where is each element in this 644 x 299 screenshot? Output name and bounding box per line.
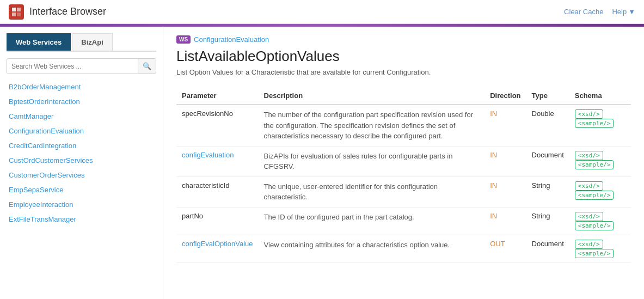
sidebar-item-camt[interactable]: CamtManager [0, 109, 163, 124]
sidebar: Web Services BizApi 🔍 B2bOrderManagement… [0, 27, 163, 299]
param-description: The number of the configuration part spe… [259, 105, 485, 146]
sidebar-item-customerorder[interactable]: CustomerOrderServices [0, 168, 163, 182]
search-input[interactable] [7, 59, 138, 74]
clear-cache-link[interactable]: Clear Cache [564, 8, 603, 16]
param-schema: <xsd/><sample/> [569, 146, 631, 176]
xsd-button[interactable]: <xsd/> [575, 240, 603, 249]
sidebar-item-bptest[interactable]: BptestOrderInteraction [0, 94, 163, 109]
param-name: characteristicId [182, 181, 229, 190]
app-title: Interface Browser [29, 6, 106, 17]
table-row: partNoThe ID of the configured part in t… [176, 207, 631, 235]
table-row: characteristicIdThe unique, user-entered… [176, 176, 631, 207]
chevron-down-icon: ▼ [628, 8, 635, 16]
sidebar-item-b2b[interactable]: B2bOrderManagement [0, 80, 163, 94]
col-header-description: Description [259, 87, 485, 105]
app-logo [9, 4, 24, 20]
search-icon: 🔍 [143, 62, 151, 70]
param-name: partNo [182, 212, 203, 220]
header: Interface Browser Clear Cache Help ▼ [0, 0, 644, 24]
param-direction: IN [484, 207, 526, 235]
main-layout: Web Services BizApi 🔍 B2bOrderManagement… [0, 27, 644, 299]
parameters-table: Parameter Description Direction Type Sch… [176, 87, 631, 263]
sidebar-item-custord[interactable]: CustOrdCustomerServices [0, 153, 163, 168]
header-right: Clear Cache Help ▼ [564, 8, 635, 16]
svg-rect-1 [17, 8, 21, 11]
param-description: The ID of the configured part in the par… [259, 207, 485, 235]
param-description: The unique, user-entered identifier for … [259, 176, 485, 207]
search-button[interactable]: 🔍 [138, 59, 156, 74]
param-type: Document [526, 146, 569, 176]
param-direction: OUT [484, 235, 526, 263]
sample-button[interactable]: <sample/> [575, 160, 614, 169]
sidebar-item-config-eval[interactable]: ConfigurationEvaluation [0, 124, 163, 138]
param-schema: <xsd/><sample/> [569, 176, 631, 207]
sidebar-items: B2bOrderManagement BptestOrderInteractio… [0, 80, 163, 227]
svg-rect-0 [12, 8, 16, 11]
sidebar-tabs: Web Services BizApi [7, 33, 156, 52]
xsd-button[interactable]: <xsd/> [575, 212, 603, 221]
col-header-parameter: Parameter [176, 87, 259, 105]
param-type: String [526, 207, 569, 235]
sample-button[interactable]: <sample/> [575, 191, 614, 200]
sidebar-item-empsepa[interactable]: EmpSepaService [0, 182, 163, 197]
xsd-button[interactable]: <xsd/> [575, 151, 603, 160]
svg-rect-3 [17, 13, 21, 16]
param-name: specRevisionNo [182, 109, 233, 118]
main-content: WS ConfigurationEvaluation ListAvailable… [163, 27, 644, 299]
param-direction: IN [484, 105, 526, 146]
param-type: Document [526, 235, 569, 263]
breadcrumb-link[interactable]: ConfigurationEvaluation [194, 35, 269, 44]
param-description: BizAPIs for evaluation of sales rules fo… [259, 146, 485, 176]
sidebar-item-creditcard[interactable]: CreditCardIntegration [0, 138, 163, 153]
param-name[interactable]: configEvalOptionValue [182, 240, 253, 248]
param-schema: <xsd/><sample/> [569, 105, 631, 146]
help-menu[interactable]: Help ▼ [612, 8, 635, 16]
col-header-schema: Schema [569, 87, 631, 105]
page-description: List Option Values for a Characteristic … [176, 68, 631, 76]
help-label: Help [612, 8, 627, 16]
param-direction: IN [484, 146, 526, 176]
sample-button[interactable]: <sample/> [575, 221, 614, 230]
sample-button[interactable]: <sample/> [575, 249, 614, 258]
param-name[interactable]: configEvaluation [182, 151, 234, 159]
breadcrumb: WS ConfigurationEvaluation [176, 35, 631, 44]
page-title: ListAvailableOptionValues [176, 48, 631, 65]
search-box: 🔍 [7, 58, 156, 74]
param-type: Double [526, 105, 569, 146]
sidebar-item-extfile[interactable]: ExtFileTransManager [0, 212, 163, 227]
ws-badge: WS [176, 35, 191, 44]
sample-button[interactable]: <sample/> [575, 119, 614, 128]
param-schema: <xsd/><sample/> [569, 235, 631, 263]
tab-web-services[interactable]: Web Services [7, 33, 71, 51]
tab-bizapi[interactable]: BizApi [72, 33, 112, 51]
table-row: configEvaluationBizAPIs for evaluation o… [176, 146, 631, 176]
xsd-button[interactable]: <xsd/> [575, 181, 603, 191]
sidebar-item-employee[interactable]: EmployeeInteraction [0, 197, 163, 212]
svg-rect-2 [12, 13, 16, 16]
param-schema: <xsd/><sample/> [569, 207, 631, 235]
table-row: configEvalOptionValueView containing att… [176, 235, 631, 263]
col-header-direction: Direction [484, 87, 526, 105]
header-left: Interface Browser [9, 4, 106, 20]
param-description: View containing attributes for a charact… [259, 235, 485, 263]
xsd-button[interactable]: <xsd/> [575, 109, 603, 119]
param-direction: IN [484, 176, 526, 207]
col-header-type: Type [526, 87, 569, 105]
param-type: String [526, 176, 569, 207]
table-row: specRevisionNoThe number of the configur… [176, 105, 631, 146]
